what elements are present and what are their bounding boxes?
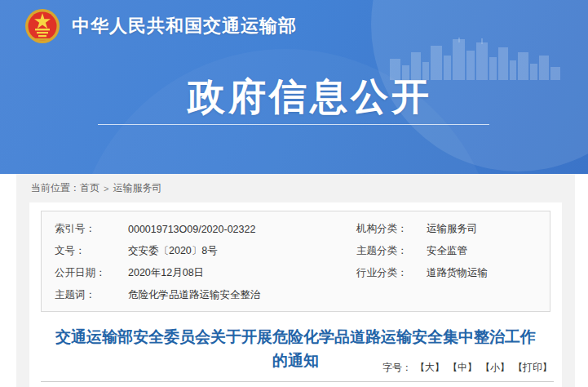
breadcrumb-home-link[interactable]: 首页 [80, 181, 99, 195]
industry-category-value: 道路货物运输 [427, 266, 550, 280]
site-logo[interactable]: 中华人民共和国交通运输部 [24, 7, 297, 46]
font-medium-button[interactable]: 【中】 [448, 361, 477, 375]
publish-date-label: 公开日期： [55, 266, 128, 280]
org-category-value: 运输服务司 [427, 222, 550, 236]
index-number-value: 000019713O09/2020-02322 [128, 224, 356, 235]
print-button[interactable]: 【打印】 [513, 361, 552, 375]
breadcrumb-separator: > [104, 184, 108, 194]
keywords-label: 主题词： [55, 288, 128, 302]
page-header: 中华人民共和国交通运输部 政府信息公开 [0, 0, 588, 174]
table-row: 主题词： 危险化学品道路运输安全整治 [42, 284, 550, 306]
font-size-toolbar: 字号： 【大】 【中】 【小】 【打印】 [382, 361, 552, 375]
title-underline [98, 124, 489, 125]
breadcrumb-department-link[interactable]: 运输服务司 [113, 181, 161, 195]
doc-number-label: 文号： [55, 244, 128, 258]
table-row: 索引号： 000019713O09/2020-02322 机构分类： 运输服务司 [42, 218, 550, 240]
index-number-label: 索引号： [55, 222, 128, 236]
page-title: 政府信息公开 [0, 72, 588, 122]
industry-category-label: 行业分类： [356, 266, 427, 280]
site-name[interactable]: 中华人民共和国交通运输部 [72, 14, 297, 38]
org-category-label: 机构分类： [356, 222, 427, 236]
separator-line [41, 381, 554, 382]
doc-number-value: 交安委〔2020〕8号 [128, 244, 356, 258]
publish-date-value: 2020年12月08日 [128, 266, 356, 280]
font-size-label: 字号： [382, 361, 412, 375]
table-row: 文号： 交安委〔2020〕8号 主题分类： 安全监管 [42, 240, 550, 262]
topic-category-value: 安全监管 [427, 244, 550, 258]
content-card: 当前位置： 首页 > 运输服务司 索引号： 000019713O09/2020-… [16, 174, 575, 387]
document-panel: 索引号： 000019713O09/2020-02322 机构分类： 运输服务司… [29, 202, 562, 387]
keywords-value: 危险化学品道路运输安全整治 [128, 288, 356, 302]
document-meta-table: 索引号： 000019713O09/2020-02322 机构分类： 运输服务司… [41, 211, 550, 312]
national-emblem-icon [24, 7, 60, 46]
font-large-button[interactable]: 【大】 [415, 361, 444, 375]
breadcrumb-label: 当前位置： [31, 181, 80, 195]
breadcrumb: 当前位置： 首页 > 运输服务司 [16, 174, 575, 202]
topic-category-label: 主题分类： [356, 244, 427, 258]
font-small-button[interactable]: 【小】 [480, 361, 510, 375]
table-row: 公开日期： 2020年12月08日 行业分类： 道路货物运输 [42, 262, 550, 284]
